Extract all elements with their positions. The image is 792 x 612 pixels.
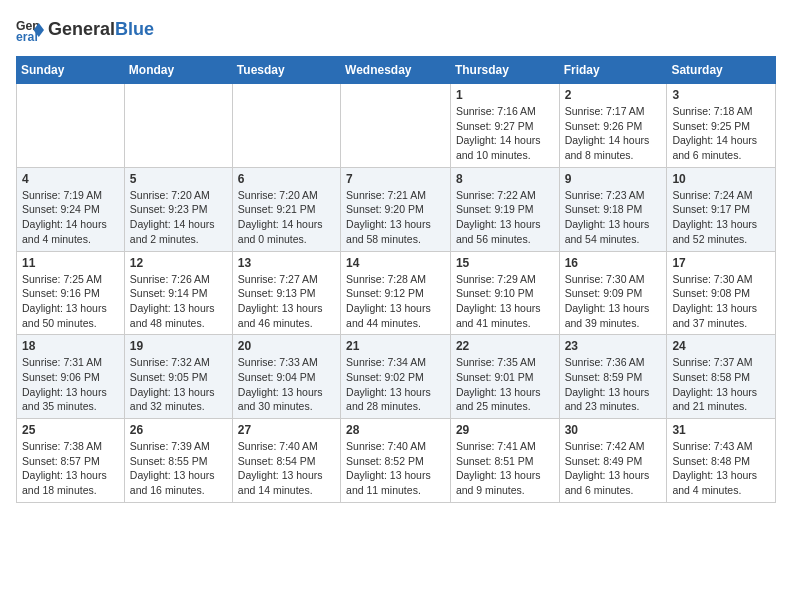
day-info: Sunrise: 7:27 AM Sunset: 9:13 PM Dayligh…	[238, 272, 335, 331]
calendar-week-1: 1Sunrise: 7:16 AM Sunset: 9:27 PM Daylig…	[17, 84, 776, 168]
logo-text-line1: GeneralBlue	[48, 20, 154, 40]
calendar-cell: 7Sunrise: 7:21 AM Sunset: 9:20 PM Daylig…	[341, 167, 451, 251]
day-info: Sunrise: 7:33 AM Sunset: 9:04 PM Dayligh…	[238, 355, 335, 414]
calendar-cell: 23Sunrise: 7:36 AM Sunset: 8:59 PM Dayli…	[559, 335, 667, 419]
day-number: 23	[565, 339, 662, 353]
calendar-cell	[124, 84, 232, 168]
day-number: 20	[238, 339, 335, 353]
col-header-thursday: Thursday	[450, 57, 559, 84]
day-number: 3	[672, 88, 770, 102]
calendar-cell: 24Sunrise: 7:37 AM Sunset: 8:58 PM Dayli…	[667, 335, 776, 419]
day-info: Sunrise: 7:20 AM Sunset: 9:21 PM Dayligh…	[238, 188, 335, 247]
day-number: 15	[456, 256, 554, 270]
day-number: 27	[238, 423, 335, 437]
day-number: 22	[456, 339, 554, 353]
calendar-cell: 30Sunrise: 7:42 AM Sunset: 8:49 PM Dayli…	[559, 419, 667, 503]
calendar-cell: 28Sunrise: 7:40 AM Sunset: 8:52 PM Dayli…	[341, 419, 451, 503]
day-number: 25	[22, 423, 119, 437]
day-info: Sunrise: 7:22 AM Sunset: 9:19 PM Dayligh…	[456, 188, 554, 247]
calendar-cell: 15Sunrise: 7:29 AM Sunset: 9:10 PM Dayli…	[450, 251, 559, 335]
day-info: Sunrise: 7:16 AM Sunset: 9:27 PM Dayligh…	[456, 104, 554, 163]
calendar-cell: 21Sunrise: 7:34 AM Sunset: 9:02 PM Dayli…	[341, 335, 451, 419]
calendar-cell: 5Sunrise: 7:20 AM Sunset: 9:23 PM Daylig…	[124, 167, 232, 251]
day-info: Sunrise: 7:32 AM Sunset: 9:05 PM Dayligh…	[130, 355, 227, 414]
calendar-cell: 18Sunrise: 7:31 AM Sunset: 9:06 PM Dayli…	[17, 335, 125, 419]
day-number: 1	[456, 88, 554, 102]
calendar-cell	[17, 84, 125, 168]
day-number: 9	[565, 172, 662, 186]
day-info: Sunrise: 7:17 AM Sunset: 9:26 PM Dayligh…	[565, 104, 662, 163]
calendar-cell	[341, 84, 451, 168]
day-number: 4	[22, 172, 119, 186]
col-header-tuesday: Tuesday	[232, 57, 340, 84]
day-number: 13	[238, 256, 335, 270]
day-number: 10	[672, 172, 770, 186]
calendar-cell: 8Sunrise: 7:22 AM Sunset: 9:19 PM Daylig…	[450, 167, 559, 251]
calendar-cell: 2Sunrise: 7:17 AM Sunset: 9:26 PM Daylig…	[559, 84, 667, 168]
col-header-wednesday: Wednesday	[341, 57, 451, 84]
day-number: 28	[346, 423, 445, 437]
day-number: 18	[22, 339, 119, 353]
calendar-cell: 6Sunrise: 7:20 AM Sunset: 9:21 PM Daylig…	[232, 167, 340, 251]
col-header-monday: Monday	[124, 57, 232, 84]
calendar-cell: 22Sunrise: 7:35 AM Sunset: 9:01 PM Dayli…	[450, 335, 559, 419]
calendar-cell: 25Sunrise: 7:38 AM Sunset: 8:57 PM Dayli…	[17, 419, 125, 503]
calendar-week-3: 11Sunrise: 7:25 AM Sunset: 9:16 PM Dayli…	[17, 251, 776, 335]
day-info: Sunrise: 7:19 AM Sunset: 9:24 PM Dayligh…	[22, 188, 119, 247]
calendar-week-2: 4Sunrise: 7:19 AM Sunset: 9:24 PM Daylig…	[17, 167, 776, 251]
calendar-cell: 10Sunrise: 7:24 AM Sunset: 9:17 PM Dayli…	[667, 167, 776, 251]
calendar-cell: 20Sunrise: 7:33 AM Sunset: 9:04 PM Dayli…	[232, 335, 340, 419]
day-info: Sunrise: 7:21 AM Sunset: 9:20 PM Dayligh…	[346, 188, 445, 247]
day-info: Sunrise: 7:43 AM Sunset: 8:48 PM Dayligh…	[672, 439, 770, 498]
day-info: Sunrise: 7:28 AM Sunset: 9:12 PM Dayligh…	[346, 272, 445, 331]
calendar-cell: 4Sunrise: 7:19 AM Sunset: 9:24 PM Daylig…	[17, 167, 125, 251]
col-header-saturday: Saturday	[667, 57, 776, 84]
calendar-cell	[232, 84, 340, 168]
calendar-cell: 9Sunrise: 7:23 AM Sunset: 9:18 PM Daylig…	[559, 167, 667, 251]
day-info: Sunrise: 7:29 AM Sunset: 9:10 PM Dayligh…	[456, 272, 554, 331]
day-number: 6	[238, 172, 335, 186]
day-number: 16	[565, 256, 662, 270]
calendar-cell: 19Sunrise: 7:32 AM Sunset: 9:05 PM Dayli…	[124, 335, 232, 419]
calendar-cell: 16Sunrise: 7:30 AM Sunset: 9:09 PM Dayli…	[559, 251, 667, 335]
day-number: 14	[346, 256, 445, 270]
day-number: 26	[130, 423, 227, 437]
calendar-cell: 3Sunrise: 7:18 AM Sunset: 9:25 PM Daylig…	[667, 84, 776, 168]
day-info: Sunrise: 7:25 AM Sunset: 9:16 PM Dayligh…	[22, 272, 119, 331]
calendar-cell: 29Sunrise: 7:41 AM Sunset: 8:51 PM Dayli…	[450, 419, 559, 503]
day-number: 11	[22, 256, 119, 270]
day-info: Sunrise: 7:40 AM Sunset: 8:54 PM Dayligh…	[238, 439, 335, 498]
day-info: Sunrise: 7:23 AM Sunset: 9:18 PM Dayligh…	[565, 188, 662, 247]
calendar-cell: 27Sunrise: 7:40 AM Sunset: 8:54 PM Dayli…	[232, 419, 340, 503]
day-number: 29	[456, 423, 554, 437]
day-number: 5	[130, 172, 227, 186]
day-info: Sunrise: 7:31 AM Sunset: 9:06 PM Dayligh…	[22, 355, 119, 414]
day-info: Sunrise: 7:18 AM Sunset: 9:25 PM Dayligh…	[672, 104, 770, 163]
day-info: Sunrise: 7:42 AM Sunset: 8:49 PM Dayligh…	[565, 439, 662, 498]
day-number: 30	[565, 423, 662, 437]
col-header-sunday: Sunday	[17, 57, 125, 84]
day-number: 17	[672, 256, 770, 270]
day-info: Sunrise: 7:34 AM Sunset: 9:02 PM Dayligh…	[346, 355, 445, 414]
day-number: 7	[346, 172, 445, 186]
calendar-header: SundayMondayTuesdayWednesdayThursdayFrid…	[17, 57, 776, 84]
calendar-cell: 26Sunrise: 7:39 AM Sunset: 8:55 PM Dayli…	[124, 419, 232, 503]
calendar-table: SundayMondayTuesdayWednesdayThursdayFrid…	[16, 56, 776, 503]
day-info: Sunrise: 7:26 AM Sunset: 9:14 PM Dayligh…	[130, 272, 227, 331]
day-info: Sunrise: 7:41 AM Sunset: 8:51 PM Dayligh…	[456, 439, 554, 498]
calendar-cell: 1Sunrise: 7:16 AM Sunset: 9:27 PM Daylig…	[450, 84, 559, 168]
day-info: Sunrise: 7:35 AM Sunset: 9:01 PM Dayligh…	[456, 355, 554, 414]
calendar-cell: 31Sunrise: 7:43 AM Sunset: 8:48 PM Dayli…	[667, 419, 776, 503]
calendar-week-5: 25Sunrise: 7:38 AM Sunset: 8:57 PM Dayli…	[17, 419, 776, 503]
calendar-cell: 17Sunrise: 7:30 AM Sunset: 9:08 PM Dayli…	[667, 251, 776, 335]
day-info: Sunrise: 7:30 AM Sunset: 9:08 PM Dayligh…	[672, 272, 770, 331]
day-info: Sunrise: 7:30 AM Sunset: 9:09 PM Dayligh…	[565, 272, 662, 331]
page-header: Gen eral GeneralBlue	[16, 16, 776, 44]
calendar-cell: 14Sunrise: 7:28 AM Sunset: 9:12 PM Dayli…	[341, 251, 451, 335]
calendar-cell: 13Sunrise: 7:27 AM Sunset: 9:13 PM Dayli…	[232, 251, 340, 335]
day-info: Sunrise: 7:40 AM Sunset: 8:52 PM Dayligh…	[346, 439, 445, 498]
day-number: 12	[130, 256, 227, 270]
logo-icon: Gen eral	[16, 16, 44, 44]
day-number: 19	[130, 339, 227, 353]
day-info: Sunrise: 7:39 AM Sunset: 8:55 PM Dayligh…	[130, 439, 227, 498]
